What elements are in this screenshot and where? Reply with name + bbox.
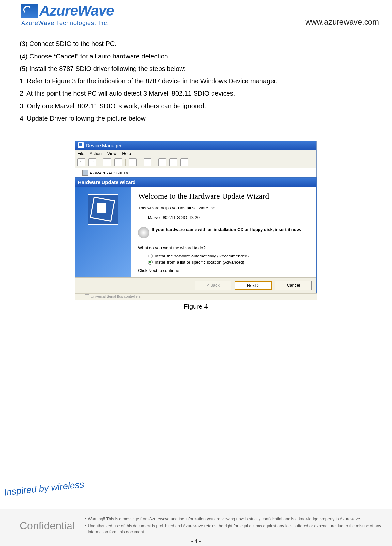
toolbar-print-icon[interactable] xyxy=(114,158,122,166)
toolbar-disable-icon[interactable] xyxy=(169,158,177,166)
brand-url: www.azurewave.com xyxy=(306,17,379,26)
wizard-content: Welcome to the Hardware Update Wizard Th… xyxy=(131,187,316,277)
cutoff-text: Universal Serial Bus controllers xyxy=(91,294,141,298)
wizard-hardware-icon xyxy=(88,194,118,225)
back-button[interactable]: < Back xyxy=(195,281,231,290)
device-manager-window: Device Manager File Action View Help xyxy=(75,141,317,178)
toolbar-help-icon[interactable] xyxy=(129,158,137,166)
wizard-heading: Welcome to the Hardware Update Wizard xyxy=(138,191,309,201)
substep-2: 2. At this point the host PC will auto d… xyxy=(20,88,372,99)
toolbar-separator xyxy=(140,159,140,166)
wizard-titlebar: Hardware Update Wizard xyxy=(75,178,316,187)
hardware-update-wizard: Hardware Update Wizard Welcome to the Ha… xyxy=(75,177,317,293)
step-5: (5) Install the 8787 SDIO driver followi… xyxy=(20,63,372,74)
brand-logo-icon xyxy=(21,4,38,18)
wizard-click-next: Click Next to continue. xyxy=(138,268,309,273)
confidential-label: Confidential xyxy=(20,520,75,532)
device-manager-tree: - AZWAVE-AC354EDC xyxy=(75,168,316,178)
toolbar-separator xyxy=(100,159,100,166)
menu-action[interactable]: Action xyxy=(90,151,102,156)
device-manager-title: Device Manager xyxy=(86,143,121,148)
toolbar-separator xyxy=(155,159,155,166)
cd-icon xyxy=(138,227,149,238)
computer-icon xyxy=(82,170,88,176)
wizard-button-row: < Back Next > Cancel xyxy=(75,277,316,293)
toolbar-forward-icon[interactable] xyxy=(88,158,96,166)
menu-view[interactable]: View xyxy=(107,151,117,156)
tree-expand-icon[interactable]: - xyxy=(77,171,81,175)
toolbar-back-icon[interactable] xyxy=(77,158,85,166)
instruction-block: (3) Connect SDIO to the host PC. (4) Cho… xyxy=(20,39,372,125)
device-manager-icon xyxy=(78,142,84,148)
bullet-icon: • xyxy=(85,523,86,529)
wizard-question: What do you want the wizard to do? xyxy=(138,245,309,250)
brand-name: AzureWave xyxy=(39,3,114,19)
option-auto-label: Install the software automatically (Reco… xyxy=(155,254,249,258)
toolbar-uninstall-icon[interactable] xyxy=(158,158,166,166)
device-manager-menubar: File Action View Help xyxy=(75,150,316,157)
substep-3: 3. Only one Marvell 802.11 SDIO is work,… xyxy=(20,101,372,111)
device-manager-toolbar xyxy=(75,157,316,168)
option-advanced-label: Install from a list or specific location… xyxy=(155,260,244,265)
figure-4: Device Manager File Action View Help xyxy=(75,141,317,310)
page-header: AzureWave AzureWave Technologies, Inc. w… xyxy=(21,3,379,26)
next-button[interactable]: Next > xyxy=(235,281,272,290)
substep-4: 4. Update Driver following the picture b… xyxy=(20,113,372,124)
warning-line-2: Unauthorized use of this document is pro… xyxy=(88,523,382,535)
bullet-icon: • xyxy=(85,516,86,522)
wizard-side-graphic xyxy=(75,187,131,277)
device-manager-titlebar: Device Manager xyxy=(75,141,316,150)
radio-unselected-icon[interactable] xyxy=(148,254,153,258)
brand-subtitle: AzureWave Technologies, Inc. xyxy=(21,20,114,26)
brand-block: AzureWave AzureWave Technologies, Inc. xyxy=(21,3,114,26)
toolbar-update-icon[interactable] xyxy=(180,158,188,166)
tree-root-label[interactable]: AZWAVE-AC354EDC xyxy=(89,171,130,175)
cd-notice-text: If your hardware came with an installati… xyxy=(152,227,301,232)
wizard-intro-text: This wizard helps you install software f… xyxy=(138,206,309,210)
substep-1: 1. Refer to Figure 3 for the indication … xyxy=(20,76,372,86)
toolbar-properties-icon[interactable] xyxy=(103,158,111,166)
usb-icon xyxy=(85,294,89,299)
warning-line-1: Warning!! This is a message from Azurewa… xyxy=(88,516,361,522)
wizard-device-name: Marvell 802.11 SDIO ID: 20 xyxy=(148,215,309,220)
menu-file[interactable]: File xyxy=(77,151,84,156)
menu-help[interactable]: Help xyxy=(122,151,131,156)
option-auto[interactable]: Install the software automatically (Reco… xyxy=(148,254,309,258)
toolbar-separator xyxy=(125,159,126,166)
figure-caption: Figure 4 xyxy=(75,303,317,310)
option-advanced[interactable]: Install from a list or specific location… xyxy=(148,260,309,265)
footer-warning: •Warning!! This is a message from Azurew… xyxy=(85,516,382,536)
page-number: - 4 - xyxy=(191,538,201,545)
slogan-text: Inspired by wireless xyxy=(4,479,85,498)
cancel-button[interactable]: Cancel xyxy=(275,281,312,290)
background-tree-cutoff: Universal Serial Bus controllers xyxy=(75,293,317,300)
step-4: (4) Choose “Cancel” for all auto hardwar… xyxy=(20,51,372,61)
toolbar-scan-icon[interactable] xyxy=(144,158,151,166)
step-3: (3) Connect SDIO to the host PC. xyxy=(20,39,372,49)
radio-selected-icon[interactable] xyxy=(148,260,153,265)
